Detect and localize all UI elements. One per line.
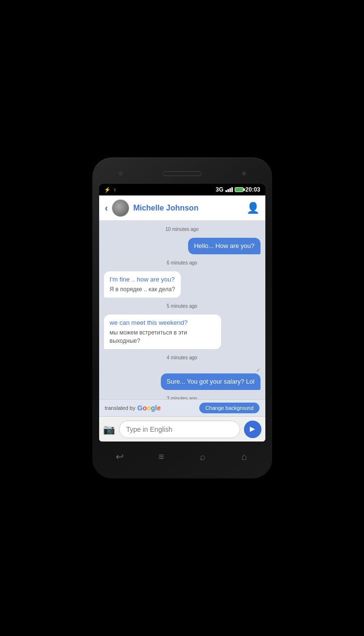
phone-screen: ⚡ ↑ 3G 20:03 ‹ Michelle Johnson xyxy=(99,184,265,442)
msg3-original: we can meet this weekend? xyxy=(110,318,216,327)
profile-icon[interactable]: 👤 xyxy=(246,202,260,214)
phone-top-bar xyxy=(99,166,265,181)
usb-icon: ⚡ xyxy=(104,187,111,193)
timestamp-2: 6 minutes ago xyxy=(104,260,260,265)
timestamp-1: 10 minutes ago xyxy=(104,227,260,232)
bubble-received-2: I'm fine .. how are you? Я в порядке .. … xyxy=(104,271,181,298)
status-right-info: 3G 20:03 xyxy=(216,186,260,193)
bubble-sent-1: Hello... How are you? xyxy=(188,238,260,254)
send-button[interactable]: ► xyxy=(244,421,261,438)
translated-by: translated by Google xyxy=(105,404,161,412)
msg3-translated: мы можем встретиться в эти выходные? xyxy=(110,329,216,345)
signal-bar-4 xyxy=(231,187,233,192)
front-camera-left xyxy=(119,172,122,176)
signal-bar-3 xyxy=(229,188,231,192)
msg2-original: I'm fine .. how are you? xyxy=(110,275,175,284)
checkmark-icon: ✓ xyxy=(256,367,260,373)
time-display: 20:03 xyxy=(245,186,260,193)
network-label: 3G xyxy=(216,186,224,193)
google-o1: o xyxy=(142,404,147,412)
camera-button[interactable]: 📷 xyxy=(103,424,115,435)
google-g: G xyxy=(137,404,142,412)
front-camera-right xyxy=(242,172,246,176)
signal-bar-1 xyxy=(225,190,227,192)
bubble-sent-4: Sure... You got your salary? Lol xyxy=(161,373,260,390)
translated-by-label: translated by xyxy=(105,405,136,411)
upload-icon: ↑ xyxy=(114,187,117,193)
avatar-image xyxy=(112,199,129,217)
timestamp-3: 5 minutes ago xyxy=(104,303,260,309)
message-row-3: we can meet this weekend? мы можем встре… xyxy=(104,315,260,349)
msg2-translated: Я в порядке .. как дела? xyxy=(110,285,175,294)
chat-area: 10 minutes ago Hello... How are you? 6 m… xyxy=(99,221,265,399)
signal-bar-2 xyxy=(227,189,229,192)
bottom-navigation: ↩ ≡ ⌕ ⌂ xyxy=(99,445,265,466)
translate-footer: translated by Google Change background xyxy=(99,399,265,416)
google-gl: g xyxy=(151,404,156,412)
google-o2: o xyxy=(147,404,151,412)
speaker-grille xyxy=(163,171,202,176)
message-row-2: I'm fine .. how are you? Я в порядке .. … xyxy=(104,271,260,298)
input-area: 📷 ► xyxy=(99,416,265,442)
nav-home-button[interactable]: ⌂ xyxy=(235,449,254,464)
phone-device: ⚡ ↑ 3G 20:03 ‹ Michelle Johnson xyxy=(92,158,272,478)
contact-name[interactable]: Michelle Johnson xyxy=(133,204,242,212)
status-bar: ⚡ ↑ 3G 20:03 xyxy=(99,184,265,195)
google-logo: Google xyxy=(137,404,160,412)
message-row-1: Hello... How are you? xyxy=(104,238,260,254)
battery-icon xyxy=(235,187,243,192)
change-background-button[interactable]: Change background xyxy=(199,403,259,413)
nav-back-button[interactable]: ↩ xyxy=(110,449,129,464)
timestamp-5: 3 minutes ago xyxy=(104,396,260,399)
bubble-received-3: we can meet this weekend? мы можем встре… xyxy=(104,315,222,349)
status-left-icons: ⚡ ↑ xyxy=(104,187,117,193)
app-header: ‹ Michelle Johnson 👤 xyxy=(99,195,265,221)
signal-bars xyxy=(225,187,233,192)
avatar xyxy=(112,199,129,217)
timestamp-4: 4 minutes ago xyxy=(104,355,260,360)
message-row-4: ✓ Sure... You got your salary? Lol xyxy=(104,366,260,390)
message-input[interactable] xyxy=(119,421,240,438)
google-last-e: e xyxy=(157,404,161,412)
nav-search-button[interactable]: ⌕ xyxy=(193,449,212,464)
nav-menu-button[interactable]: ≡ xyxy=(152,449,171,464)
back-button[interactable]: ‹ xyxy=(105,202,108,213)
